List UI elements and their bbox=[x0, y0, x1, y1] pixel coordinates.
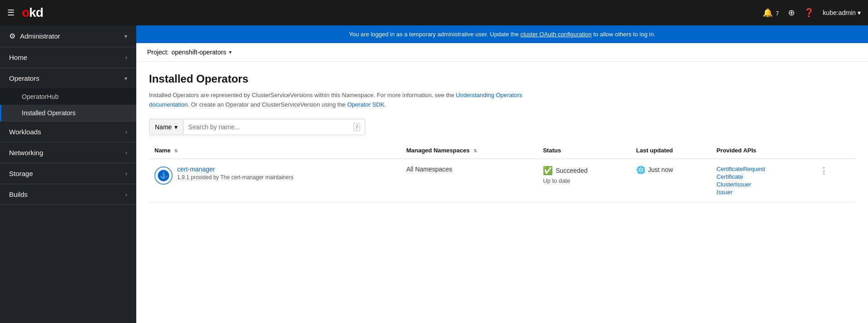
sidebar-operatorhub-label: OperatorHub bbox=[22, 93, 59, 100]
logo-o: o bbox=[22, 5, 29, 20]
search-input[interactable] bbox=[188, 123, 353, 131]
sidebar-builds-label: Builds bbox=[9, 191, 28, 198]
sidebar-admin-section: ⚙ Administrator ▾ bbox=[0, 25, 136, 47]
desc-text-1: Installed Operators are represented by C… bbox=[149, 92, 456, 98]
filter-bar: Name ▾ / bbox=[149, 119, 855, 135]
operator-status-cell: ✅ Succeeded Up to date bbox=[537, 159, 630, 202]
info-banner: You are logged in as a temporary adminis… bbox=[136, 25, 868, 43]
operator-sdk-link[interactable]: Operator SDK bbox=[347, 101, 384, 108]
page-title: Installed Operators bbox=[149, 73, 855, 85]
sidebar-operators-submenu: OperatorHub Installed Operators bbox=[0, 88, 136, 121]
operator-namespaces-cell: All Namespaces bbox=[401, 159, 537, 202]
sidebar-home-section: Home › bbox=[0, 47, 136, 68]
home-chevron-icon: › bbox=[125, 54, 127, 61]
operator-name-cell: ⚓ cert-manager 1.9.1 provided by The cer… bbox=[149, 159, 401, 202]
content-area: You are logged in as a temporary adminis… bbox=[136, 25, 868, 323]
sidebar-workloads-section: Workloads › bbox=[0, 122, 136, 142]
sidebar-admin-left: ⚙ Administrator bbox=[9, 32, 60, 40]
operator-apis-cell: CertificateRequest Certificate ClusterIs… bbox=[711, 159, 811, 202]
project-label: Project: bbox=[147, 49, 169, 56]
operator-version: 1.9.1 provided by The cert-manager maint… bbox=[177, 174, 293, 181]
col-actions bbox=[811, 142, 855, 159]
api-link-2[interactable]: ClusterIssuer bbox=[716, 181, 805, 188]
provided-apis: CertificateRequest Certificate ClusterIs… bbox=[716, 166, 805, 196]
last-updated-wrapper: 🌐 Just now bbox=[636, 166, 706, 174]
svg-text:⚓: ⚓ bbox=[160, 171, 168, 179]
api-link-0[interactable]: CertificateRequest bbox=[716, 166, 805, 172]
project-selector[interactable]: Project: openshift-operators ▾ bbox=[147, 49, 232, 56]
workloads-chevron-icon: › bbox=[125, 129, 127, 135]
operators-table: Name ⇅ Managed Namespaces ⇅ Status Last … bbox=[149, 142, 855, 202]
filter-dropdown-chevron-icon: ▾ bbox=[174, 123, 178, 131]
col-namespaces: Managed Namespaces ⇅ bbox=[401, 142, 537, 159]
sidebar-item-administrator[interactable]: ⚙ Administrator ▾ bbox=[0, 25, 136, 47]
sidebar-item-operators[interactable]: Operators ▾ bbox=[0, 68, 136, 88]
operator-name-wrapper: ⚓ cert-manager 1.9.1 provided by The cer… bbox=[154, 166, 395, 185]
app-logo: okd bbox=[22, 5, 43, 20]
builds-chevron-icon: › bbox=[125, 191, 127, 198]
search-box: / bbox=[184, 119, 365, 135]
sidebar-builds-left: Builds bbox=[9, 191, 28, 198]
admin-chevron-icon: ▾ bbox=[124, 33, 127, 39]
help-icon[interactable]: ❓ bbox=[804, 8, 814, 18]
col-last-updated: Last updated bbox=[631, 142, 711, 159]
logo-text: okd bbox=[22, 5, 43, 20]
notifications-icon[interactable]: 🔔 7 bbox=[763, 8, 779, 18]
sidebar-item-builds[interactable]: Builds › bbox=[0, 184, 136, 205]
banner-text-before: You are logged in as a temporary adminis… bbox=[349, 31, 520, 38]
sidebar-home-label: Home bbox=[9, 54, 27, 61]
sidebar-builds-section: Builds › bbox=[0, 184, 136, 205]
sidebar-storage-section: Storage › bbox=[0, 163, 136, 184]
name-filter-dropdown[interactable]: Name ▾ bbox=[149, 119, 184, 135]
sidebar-storage-left: Storage bbox=[9, 170, 33, 177]
storage-chevron-icon: › bbox=[125, 171, 127, 177]
cert-manager-svg-icon: ⚓ bbox=[158, 170, 169, 181]
sidebar-item-networking[interactable]: Networking › bbox=[0, 142, 136, 163]
operator-actions-cell: ⋮ bbox=[811, 159, 855, 202]
api-link-1[interactable]: Certificate bbox=[716, 173, 805, 180]
sidebar-item-installed-operators[interactable]: Installed Operators bbox=[0, 105, 136, 121]
status-check-icon: ✅ bbox=[543, 166, 553, 176]
project-chevron-icon: ▾ bbox=[229, 49, 232, 55]
api-link-3[interactable]: Issuer bbox=[716, 189, 805, 196]
sidebar-operators-section: Operators ▾ OperatorHub Installed Operat… bbox=[0, 68, 136, 122]
topnav-actions: 🔔 7 ⊕ ❓ kube:admin ▾ bbox=[763, 8, 861, 18]
operator-name-link[interactable]: cert-manager bbox=[177, 166, 215, 173]
add-icon[interactable]: ⊕ bbox=[788, 8, 795, 18]
status-label: Succeeded bbox=[556, 167, 587, 174]
sidebar-item-operatorhub[interactable]: OperatorHub bbox=[0, 88, 136, 105]
project-bar: Project: openshift-operators ▾ bbox=[136, 43, 868, 62]
status-uptodate: Up to date bbox=[543, 177, 625, 184]
table-row: ⚓ cert-manager 1.9.1 provided by The cer… bbox=[149, 159, 855, 202]
namespaces-sort-icon[interactable]: ⇅ bbox=[473, 148, 477, 153]
filter-dropdown-label: Name bbox=[155, 123, 172, 131]
sidebar-admin-label: Administrator bbox=[20, 32, 60, 40]
page-content: Installed Operators Installed Operators … bbox=[136, 62, 868, 323]
logo-kd: kd bbox=[29, 5, 43, 20]
operator-last-updated-cell: 🌐 Just now bbox=[631, 159, 711, 202]
sidebar-storage-label: Storage bbox=[9, 170, 33, 177]
sidebar-item-workloads[interactable]: Workloads › bbox=[0, 122, 136, 142]
table-body: ⚓ cert-manager 1.9.1 provided by The cer… bbox=[149, 159, 855, 202]
sidebar-operators-left: Operators bbox=[9, 74, 40, 82]
desc-text-2: . Or create an Operator and ClusterServi… bbox=[188, 101, 347, 108]
sidebar-item-home[interactable]: Home › bbox=[0, 47, 136, 68]
admin-icon: ⚙ bbox=[9, 32, 15, 40]
user-label: kube:admin bbox=[823, 9, 856, 16]
banner-text-after: to allow others to log in. bbox=[592, 31, 655, 38]
hamburger-menu[interactable]: ☰ bbox=[7, 8, 15, 18]
sidebar-workloads-left: Workloads bbox=[9, 128, 41, 136]
name-sort-icon[interactable]: ⇅ bbox=[174, 148, 178, 153]
oauth-config-link[interactable]: cluster OAuth configuration bbox=[521, 31, 592, 38]
globe-icon: 🌐 bbox=[636, 166, 645, 174]
kebab-menu-button[interactable]: ⋮ bbox=[816, 164, 832, 177]
networking-chevron-icon: › bbox=[125, 150, 127, 156]
sidebar-item-storage[interactable]: Storage › bbox=[0, 163, 136, 184]
sidebar-operators-label: Operators bbox=[9, 74, 40, 82]
search-slash-hint: / bbox=[353, 123, 360, 131]
sidebar-networking-label: Networking bbox=[9, 149, 43, 157]
main-layout: ⚙ Administrator ▾ Home › Operators ▾ bbox=[0, 25, 868, 323]
user-menu[interactable]: kube:admin ▾ bbox=[823, 9, 861, 16]
project-name: openshift-operators bbox=[171, 49, 226, 56]
sidebar: ⚙ Administrator ▾ Home › Operators ▾ bbox=[0, 25, 136, 323]
